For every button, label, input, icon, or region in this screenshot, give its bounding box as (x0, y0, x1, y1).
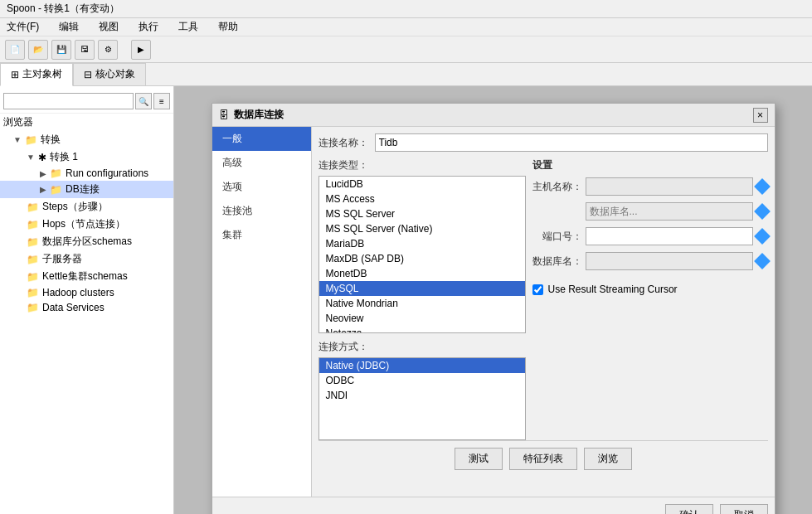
settings-button[interactable]: ⚙ (98, 40, 118, 60)
titlebar: Spoon - 转换1（有变动） (0, 0, 812, 18)
feature-list-button[interactable]: 特征列表 (509, 448, 577, 470)
settings-label: 设置 (532, 158, 768, 172)
toolbar: 📄 📂 💾 🖫 ⚙ ▶ (0, 36, 812, 63)
conn-name-row: 连接名称： (318, 133, 768, 152)
saveas-button[interactable]: 🖫 (75, 40, 95, 60)
db-mariadb[interactable]: MariaDB (319, 236, 525, 251)
cancel-button[interactable]: 取消 (720, 504, 768, 514)
menu-file[interactable]: 文件(F) (3, 18, 42, 36)
sidebar-item-db-conn[interactable]: ▶ 📁 DB连接 (0, 181, 173, 198)
core-tab-label: 核心对象 (95, 67, 135, 81)
sidebar-item-run-configs[interactable]: ▶ 📁 Run configurations (0, 166, 173, 181)
dbname-input[interactable] (586, 252, 753, 270)
db-mssqlnative[interactable]: MS SQL Server (Native) (319, 221, 525, 236)
conn-type-list[interactable]: LucidDB MS Access MS SQL Server MS SQL S… (318, 176, 526, 333)
sidebar-item-transform[interactable]: ▼ 📁 转换 (0, 131, 173, 148)
browse-button[interactable]: 浏览 (584, 448, 632, 470)
nav-item-general[interactable]: 一般 (212, 127, 311, 151)
port-input[interactable] (586, 227, 753, 245)
conn-method-label: 连接方式： (318, 340, 526, 354)
menu-help[interactable]: 帮助 (215, 18, 241, 36)
method-jndi[interactable]: JNDI (319, 388, 525, 403)
port-diamond-icon[interactable] (754, 228, 771, 245)
sidebar-search-bar: 🔍 ≡ (0, 90, 173, 114)
dialog-close-button[interactable]: × (753, 108, 768, 123)
sidebar-item-dataservices[interactable]: 📁 Data Services (0, 300, 173, 315)
sidebar-item-steps[interactable]: 📁 Steps（步骤） (0, 198, 173, 216)
dbname-row: 数据库名： (532, 252, 768, 270)
two-col-layout: 连接类型： LucidDB MS Access MS SQL Server MS… (318, 158, 768, 440)
nav-item-advanced[interactable]: 高级 (212, 151, 311, 175)
filter-button[interactable]: ≡ (153, 93, 170, 109)
dbname-label: 数据库名： (532, 255, 582, 269)
sidebar-item-kettleschemas[interactable]: 📁 Kettle集群schemas (0, 268, 173, 285)
dbname-display-input[interactable] (586, 202, 753, 221)
run-configs-label: Run configurations (66, 167, 148, 179)
db-mssql[interactable]: MS SQL Server (319, 206, 525, 221)
conn-name-label: 连接名称： (318, 136, 368, 150)
tabbar: ⊞ 主对象树 ⊟ 核心对象 (0, 63, 812, 86)
tab-main[interactable]: ⊞ 主对象树 (0, 63, 73, 86)
menu-run[interactable]: 执行 (135, 18, 162, 36)
folder-icon-db: 📁 (50, 184, 62, 196)
search-input[interactable] (3, 93, 134, 109)
streaming-cursor-label: Use Result Streaming Cursor (548, 284, 678, 295)
nav-item-options[interactable]: 选项 (212, 175, 311, 199)
main-tab-label: 主对象树 (22, 67, 62, 81)
menu-edit[interactable]: 编辑 (56, 18, 82, 36)
chevron-run: ▶ (40, 169, 46, 178)
sidebar-item-hops[interactable]: 📁 Hops（节点连接） (0, 216, 173, 233)
browser-label: 浏览器 (3, 115, 33, 129)
main-tab-icon: ⊞ (11, 69, 19, 80)
search-button[interactable]: 🔍 (135, 93, 152, 109)
db-neoview[interactable]: Neoview (319, 311, 525, 326)
steps-label: Steps（步骤） (42, 200, 108, 214)
menu-view[interactable]: 视图 (95, 18, 122, 36)
sidebar: 🔍 ≡ 浏览器 ▼ 📁 转换 ▼ ✱ 转换 1 ▶ 📁 Run configur… (0, 86, 174, 514)
db-netezza[interactable]: Netezza (319, 326, 525, 333)
run-button[interactable]: ▶ (131, 40, 151, 60)
dialog-nav: 一般 高级 选项 连接池 集群 (212, 127, 312, 497)
db-luciddb[interactable]: LucidDB (319, 177, 525, 192)
nav-item-cluster[interactable]: 集群 (212, 223, 311, 247)
host-diamond-icon[interactable] (754, 178, 771, 195)
streaming-cursor-row: Use Result Streaming Cursor (532, 284, 768, 295)
test-button[interactable]: 测试 (455, 448, 503, 470)
db-monetdb[interactable]: MonetDB (319, 266, 525, 281)
save-button[interactable]: 💾 (51, 40, 71, 60)
expand-icon: ▼ (13, 135, 22, 144)
dialog-body: 一般 高级 选项 连接池 集群 连接名称： (212, 127, 775, 497)
sidebar-item-browser[interactable]: 浏览器 (0, 114, 173, 131)
dialog-titlebar: 🗄 数据库连接 × (212, 104, 775, 127)
folder-icon-hadoop: 📁 (27, 287, 39, 298)
db-mysql[interactable]: MySQL (319, 281, 525, 296)
method-native[interactable]: Native (JDBC) (319, 358, 525, 373)
streaming-cursor-checkbox[interactable] (532, 284, 543, 295)
open-button[interactable]: 📂 (28, 40, 48, 60)
db-maxdb[interactable]: MaxDB (SAP DB) (319, 251, 525, 266)
nav-item-pool[interactable]: 连接池 (212, 199, 311, 223)
hadoop-label: Hadoop clusters (42, 287, 114, 298)
dbname2-diamond-icon[interactable] (754, 253, 771, 269)
folder-icon-ds: 📁 (27, 302, 39, 313)
transform1-icon: ✱ (38, 152, 46, 163)
dbname-diamond-icon[interactable] (754, 203, 771, 220)
db-native-mondrian[interactable]: Native Mondrian (319, 296, 525, 311)
folder-icon-hops: 📁 (27, 219, 39, 230)
menu-tools[interactable]: 工具 (175, 18, 202, 36)
conn-method-list[interactable]: Native (JDBC) ODBC JNDI (318, 357, 526, 440)
sidebar-item-subserver[interactable]: 📁 子服务器 (0, 250, 173, 268)
sidebar-item-hadoop[interactable]: 📁 Hadoop clusters (0, 285, 173, 300)
main-layout: 🔍 ≡ 浏览器 ▼ 📁 转换 ▼ ✱ 转换 1 ▶ 📁 Run configur… (0, 86, 812, 514)
sidebar-item-dbschemas[interactable]: 📁 数据库分区schemas (0, 233, 173, 250)
confirm-button[interactable]: 确认 (665, 504, 713, 514)
conn-name-input[interactable] (375, 133, 768, 152)
tab-core[interactable]: ⊟ 核心对象 (73, 63, 146, 86)
sidebar-item-transform1[interactable]: ▼ ✱ 转换 1 (0, 148, 173, 166)
new-button[interactable]: 📄 (5, 40, 25, 60)
method-odbc[interactable]: ODBC (319, 373, 525, 388)
db-msaccess[interactable]: MS Access (319, 192, 525, 206)
chevron-db: ▶ (40, 185, 46, 194)
host-input[interactable] (586, 177, 753, 196)
transform1-label: 转换 1 (50, 150, 78, 164)
